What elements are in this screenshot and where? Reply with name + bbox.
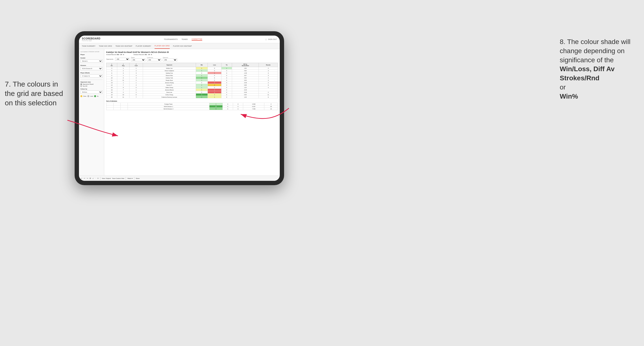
- table-row: 1822Euna Lee010-5.002: [106, 91, 278, 94]
- legend-down-label: Down: [83, 95, 86, 97]
- colour-by-select[interactable]: Win/loss: [80, 90, 102, 94]
- table-row: 633Sydney Kuo010-1.003: [106, 72, 278, 74]
- toolbar-arrow[interactable]: ↙: [92, 177, 94, 179]
- col-opponent: Opponent: [143, 63, 196, 67]
- filter-opponent-group: Opponent (All): [163, 57, 177, 61]
- sub-nav-player-h2h-heatmap[interactable]: PLAYER H2H HEATMAP: [173, 43, 192, 49]
- col-loss: Loss: [208, 63, 221, 67]
- division-record: Division Record: 331 - 34 - 6: [134, 54, 152, 55]
- colour-by-label: Colour by: [80, 88, 102, 90]
- toolbar-redo1[interactable]: ↩: [84, 177, 85, 179]
- nav-logo: SCOREBOARD Powered by clippd: [82, 37, 100, 41]
- tablet-screen: SCOREBOARD Powered by clippd TOURNAMENTS…: [79, 36, 280, 181]
- annotation-left: 7. The colours in the grid are based on …: [5, 79, 65, 108]
- table-row: 1585Stella Cheng1001.254: [106, 86, 278, 89]
- table-row: 1671Jessica Mason120-0.94: [106, 89, 278, 91]
- legend-level-dot: [88, 95, 89, 97]
- nav-sign-out[interactable]: Sign out: [268, 38, 277, 40]
- sidebar-division-select[interactable]: NCAA Division III: [80, 67, 102, 70]
- col-win: Win: [196, 63, 208, 67]
- legend-up-dot: [94, 95, 96, 97]
- logo-text: SCOREBOARD: [82, 37, 100, 40]
- data-area: Katelyn Vo Head-to-Head Grid for Women's…: [104, 49, 280, 175]
- nav-teams[interactable]: TEAMS: [182, 38, 188, 40]
- overall-record: Overall Record: 353 - 34 - 6: [106, 54, 124, 55]
- filter-opponent-label: Opponent: [163, 57, 177, 58]
- toolbar-share[interactable]: Share: [136, 178, 140, 179]
- toolbar-save-custom[interactable]: Save Custom View: [112, 178, 124, 179]
- table-row: Foreign Team1004.5002: [106, 103, 278, 105]
- legend-level-label: Level: [90, 95, 93, 97]
- radio-top100-dot[interactable]: [80, 85, 82, 87]
- legend-down-dot: [80, 95, 82, 97]
- sidebar-player-rank-section: Player (Rank) 8. Katelyn Vo: [80, 72, 102, 78]
- filter-opponents-select[interactable]: (All): [115, 58, 130, 61]
- col-conf: #Conf: [129, 63, 143, 67]
- annotation-left-text: 7. The colours in the grid are based on …: [5, 79, 65, 108]
- filter-opponents-label: Opponents:: [106, 58, 114, 60]
- toolbar-dots[interactable]: ·: [95, 177, 96, 179]
- powered-by-text: Powered by clippd: [82, 40, 100, 41]
- col-diff: Diff AvStrokes/Rnd: [232, 63, 259, 67]
- filter-row: Opponents: (All) Region (All) Conference…: [106, 57, 278, 61]
- table-row: 1474Eunice Yi2200.389: [106, 84, 278, 86]
- toolbar-watch[interactable]: Watch ▾: [127, 177, 132, 179]
- main-table-body: 311Esther Lee1011.504522Alexis Sudjianto…: [106, 67, 278, 98]
- col-reg: #Reg: [117, 63, 129, 67]
- tablet-frame: SCOREBOARD Powered by clippd TOURNAMENTS…: [75, 31, 284, 185]
- radio-opponents-played-dot[interactable]: [80, 83, 82, 85]
- nav-links: TOURNAMENTS TEAMS COMMITTEE: [164, 38, 202, 41]
- sidebar-player-rank-label: Player (Rank): [80, 72, 102, 74]
- annotation-right: 8. The colour shade will change dependin…: [560, 37, 637, 101]
- out-of-division-header: Out of division: [106, 100, 278, 102]
- sub-nav-team-summary[interactable]: TEAM SUMMARY: [82, 43, 96, 49]
- legend: Down Level Up: [80, 95, 102, 97]
- sidebar-player-label: Player: [80, 54, 102, 55]
- main-content: Last Updated: 27/03/2024 16:55:38 Player…: [79, 49, 280, 175]
- sidebar-gender-label: Gender: [80, 57, 102, 59]
- filter-opponent-select[interactable]: (All): [163, 58, 177, 61]
- radio-opponents-played[interactable]: Opponents Played: [80, 83, 102, 85]
- sidebar-timestamp: Last Updated: 27/03/2024 16:55:38: [80, 51, 102, 52]
- filter-conference-select[interactable]: (All): [147, 58, 161, 61]
- toolbar-grid[interactable]: ⊞: [90, 177, 91, 179]
- out-of-division-table: Foreign Team1004.5002NAIA Division 11500…: [106, 103, 278, 110]
- col-tie: Tie: [222, 63, 232, 67]
- top-nav: SCOREBOARD Powered by clippd TOURNAMENTS…: [79, 36, 280, 43]
- table-row: 522Alexis Sudjianto1004.003: [106, 69, 278, 72]
- sidebar-gender-section: Gender Women's: [80, 57, 102, 63]
- sub-nav: TEAM SUMMARY TEAM H2H GRID TEAM H2H HEAT…: [79, 43, 280, 49]
- nav-tournaments[interactable]: TOURNAMENTS: [164, 38, 178, 40]
- sidebar-player-section: Player: [80, 54, 102, 55]
- sidebar-division-label: Division: [80, 65, 102, 66]
- toolbar-clock[interactable]: ⊙: [97, 177, 99, 179]
- filter-region-label: Region: [131, 57, 146, 58]
- toolbar-view-original[interactable]: View: Original: [102, 178, 111, 179]
- filter-region-group: Region (All): [131, 57, 146, 61]
- radio-top100[interactable]: Top 100: [80, 85, 102, 87]
- nav-right: | Sign out: [266, 38, 277, 40]
- sub-nav-team-h2h-heatmap[interactable]: TEAM H2H HEATMAP: [115, 43, 132, 49]
- table-header-row: #Div #Reg #Conf Opponent Win Loss Tie Di…: [106, 63, 278, 67]
- filter-conference-group: Conference (All): [147, 57, 161, 61]
- out-of-division-body: Foreign Team1004.5002NAIA Division 11500…: [106, 103, 278, 110]
- toolbar-undo[interactable]: ↩: [81, 177, 82, 179]
- table-row: NAIA Division 115009.26730: [106, 105, 278, 108]
- table-row: 914Sharon Mun1003.673: [106, 74, 278, 77]
- table-row: 19106Emily Chang4100.3011: [106, 94, 278, 96]
- radio-top100-text: Top 100: [82, 85, 88, 87]
- sub-nav-player-summary[interactable]: PLAYER SUMMARY: [136, 43, 151, 49]
- annotation-right-text: 8. The colour shade will change dependin…: [560, 37, 637, 101]
- sidebar-gender-select[interactable]: Women's: [80, 59, 102, 63]
- nav-committee[interactable]: COMMITTEE: [192, 38, 202, 41]
- filter-region-select[interactable]: (All): [131, 58, 146, 61]
- toolbar-sep-3: [134, 177, 134, 180]
- grid-records: Overall Record: 353 - 34 - 6 Division Re…: [106, 54, 278, 55]
- sidebar-player-rank-select[interactable]: 8. Katelyn Vo: [80, 74, 102, 78]
- col-div: #Div: [106, 63, 117, 67]
- sub-nav-team-h2h-grid[interactable]: TEAM H2H GRID: [99, 43, 112, 49]
- toolbar-redo2[interactable]: ↪: [87, 177, 88, 179]
- sub-nav-player-h2h-grid[interactable]: PLAYER H2H GRID: [154, 43, 170, 49]
- table-row: 11112Heejio Hyun1003.333: [106, 79, 278, 82]
- toolbar-bottom: ↩ ↩ ↪ ⊞ ↙ · ⊙ View: Original Save Custom…: [79, 175, 280, 181]
